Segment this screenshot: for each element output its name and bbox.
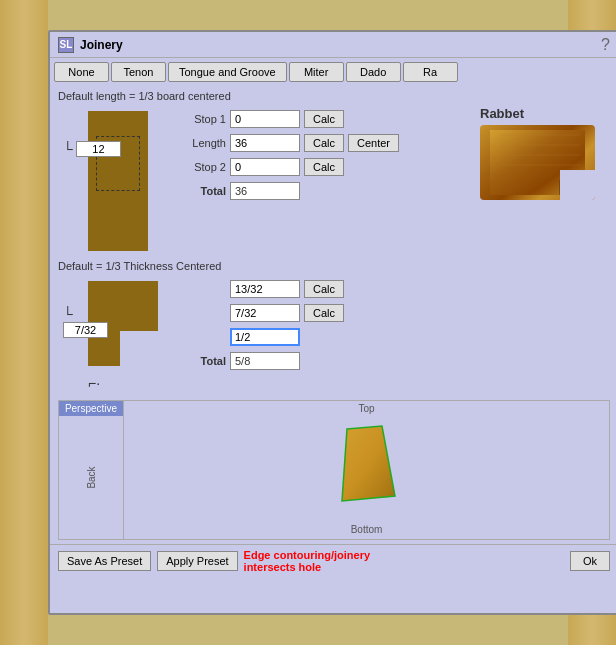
close-button[interactable]: ? [601,36,610,54]
joinery-dialog: SL Joinery ? None Tenon Tongue and Groov… [48,30,616,615]
rabbet-toolbar-button[interactable]: Ra [403,62,458,82]
perspective-panel: Perspective Back [59,401,124,539]
board-3d-shape [327,421,407,514]
dim-arrow-2-icon: └ [63,306,73,322]
dimension-line-2: └ 7/32 [63,306,108,338]
stop1-input[interactable] [230,110,300,128]
rabbet-svg [480,125,595,200]
ok-button[interactable]: Ok [570,551,610,571]
apply-preset-button[interactable]: Apply Preset [157,551,237,571]
dimension-value-2[interactable]: 7/32 [63,322,108,338]
rabbet-preview: Rabbet [480,106,610,200]
svg-marker-0 [490,130,585,195]
length-label: Length [181,137,226,149]
titlebar-icon: SL [58,37,74,53]
wood-bg-left [0,0,48,645]
joinery-toolbar: None Tenon Tongue and Groove Miter Dado … [50,58,616,86]
svg-marker-7 [342,426,395,501]
stop2-calc-button[interactable]: Calc [304,158,344,176]
dialog-title: Joinery [80,38,601,52]
board-preview-2: └ 7/32 ⌐· [58,276,173,396]
rabbet-wood-image [480,125,595,200]
section2-label: Default = 1/3 Thickness Centered [58,260,610,272]
none-button[interactable]: None [54,62,109,82]
save-preset-button[interactable]: Save As Preset [58,551,151,571]
rabbet-label: Rabbet [480,106,610,121]
dimension-line-1: └ 12 [63,141,121,157]
field2-row1: Calc [181,280,610,298]
center-button[interactable]: Center [348,134,399,152]
tenon-button[interactable]: Tenon [111,62,166,82]
field2-calc2[interactable]: Calc [304,304,344,322]
dim-arrow-icon: └ [63,141,73,157]
total-value-2: 5/8 [230,352,300,370]
error-line2: intersects hole [244,561,322,573]
field2-input2[interactable] [230,304,300,322]
tongue-groove-button[interactable]: Tongue and Groove [168,62,287,82]
total-label-1: Total [181,185,226,197]
error-message: Edge contouring/joinery intersects hole [244,549,564,573]
field2-row2: Calc [181,304,610,322]
section2: Default = 1/3 Thickness Centered └ 7/32 … [58,260,610,396]
back-label-container: Back [59,416,123,539]
stop1-label: Stop 1 [181,113,226,125]
3d-view-panel: Perspective Back Top [58,400,610,540]
corner-icon: ⌐· [88,375,100,391]
miter-button[interactable]: Miter [289,62,344,82]
field2-input3[interactable] [230,328,300,346]
total-row-2: Total 5/8 [181,352,610,370]
content-area: Default length = 1/3 board centered └ 12… [50,86,616,544]
field2-input1[interactable] [230,280,300,298]
length-calc-button[interactable]: Calc [304,134,344,152]
top-panel: Top [124,401,609,539]
fields-col-2: Calc Calc Total 5/8 [181,276,610,396]
dado-button[interactable]: Dado [346,62,401,82]
stop2-label: Stop 2 [181,161,226,173]
stop2-input[interactable] [230,158,300,176]
dimension-value-1[interactable]: 12 [76,141,121,157]
length-input[interactable] [230,134,300,152]
board-3d-svg [327,421,407,511]
total-label-2: Total [181,355,226,367]
error-line1: Edge contouring/joinery [244,549,371,561]
back-label: Back [85,466,96,488]
titlebar: SL Joinery ? [50,32,616,58]
perspective-label: Perspective [59,401,123,416]
board-notch [120,331,158,366]
field2-row3 [181,328,610,346]
bottom-label: Bottom [351,524,383,539]
stop1-calc-button[interactable]: Calc [304,110,344,128]
section1-label: Default length = 1/3 board centered [58,90,610,102]
total-value-1: 36 [230,182,300,200]
board-preview-1: └ 12 [58,106,173,256]
field2-calc1[interactable]: Calc [304,280,344,298]
status-bar: Save As Preset Apply Preset Edge contour… [50,544,616,577]
top-label: Top [356,401,376,416]
